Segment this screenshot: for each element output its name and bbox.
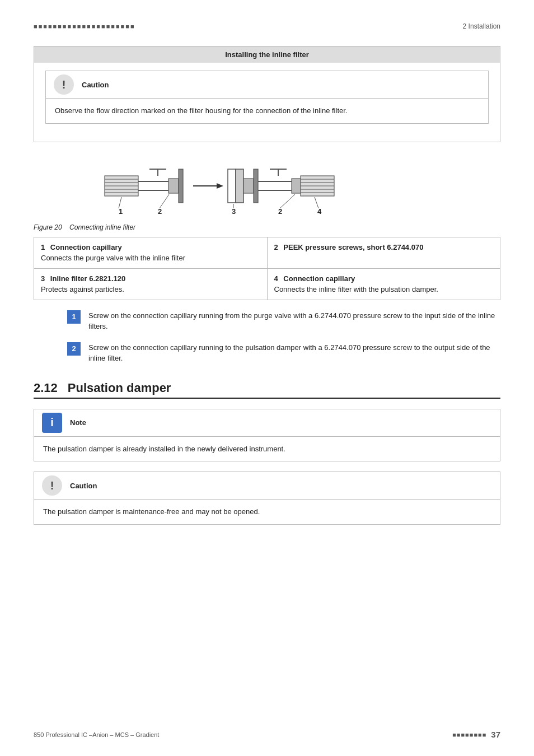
step-row-2: 2 Screw on the connection capillary runn… (67, 342, 500, 364)
step-num-1: 1 (67, 310, 81, 324)
note-icon-1: i (42, 413, 62, 433)
step-num-2: 2 (67, 342, 81, 356)
figure-area: 1 2 3 2 4 Figure 20 Connecting inline fi… (34, 152, 500, 231)
header-section: 2 Installation (463, 22, 500, 30)
legend-desc-4: Connects the inline filter with the puls… (274, 285, 438, 293)
note-box-1: i Note The pulsation damper is already i… (34, 409, 500, 462)
section-212-heading: 2.12 Pulsation damper (34, 381, 500, 399)
legend-cell-3: 3 Inline filter 6.2821.120 Protects agai… (34, 268, 268, 300)
caution-box-1: ! Caution Observe the flow direction mar… (45, 71, 489, 124)
figure-inline-filter: 1 2 3 2 4 (99, 152, 435, 220)
figure-caption-label: Figure 20 (34, 223, 62, 231)
footer-dots: ■■■■■■■■ (452, 731, 486, 738)
footer-page: ■■■■■■■■ 37 (452, 730, 500, 739)
svg-marker-11 (217, 183, 223, 189)
legend-cell-4: 4 Connection capillary Connects the inli… (267, 268, 500, 300)
svg-rect-15 (254, 169, 258, 203)
footer-product: 850 Professional IC –Anion – MCS – Gradi… (34, 731, 159, 738)
caution-label-2: Caution (70, 482, 97, 490)
caution-icon-2: ! (42, 475, 62, 496)
caution-body-1: Observe the flow direction marked on the… (46, 99, 488, 123)
note-text-1: The pulsation damper is already installe… (43, 445, 285, 453)
legend-desc-1: Connects the purge valve with the inline… (41, 254, 185, 262)
note-header-1: i Note (34, 409, 500, 437)
legend-row-1: 1 Connection capillary Connects the purg… (34, 237, 500, 268)
caution-text-2: The pulsation damper is maintenance-free… (43, 507, 260, 516)
caution-header-1: ! Caution (46, 71, 488, 99)
legend-row-2: 3 Inline filter 6.2821.120 Protects agai… (34, 268, 500, 300)
svg-text:4: 4 (317, 207, 322, 216)
legend-cell-1: 1 Connection capillary Connects the purg… (34, 237, 268, 268)
installing-inline-filter-box: Installing the inline filter ! Caution O… (34, 46, 500, 142)
svg-rect-14 (243, 179, 254, 193)
step-text-1: Screw on the connection capillary runnin… (88, 310, 500, 332)
section-212-title: Pulsation damper (68, 381, 171, 395)
svg-rect-18 (292, 179, 302, 193)
caution-text-1: Observe the flow direction marked on the… (55, 106, 347, 115)
caution-label-1: Caution (82, 81, 109, 89)
svg-line-34 (119, 197, 121, 208)
legend-title-4: Connection capillary (283, 274, 355, 283)
legend-title-3: Inline filter 6.2821.120 (50, 274, 125, 283)
header: ■■■■■■■■■■■■■■■■■■■■■ 2 Installation (34, 22, 500, 30)
figure-svg-row: 1 2 3 2 4 (34, 152, 500, 220)
svg-rect-12 (228, 169, 236, 203)
legend-cell-2: 2 PEEK pressure screws, short 6.2744.070 (267, 237, 500, 268)
caution-box-2: ! Caution The pulsation damper is mainte… (34, 472, 500, 525)
legend-table: 1 Connection capillary Connects the purg… (34, 237, 500, 300)
steps-area: 1 Screw on the connection capillary runn… (67, 310, 500, 364)
step-row-1: 1 Screw on the connection capillary runn… (67, 310, 500, 332)
svg-text:3: 3 (232, 207, 236, 216)
figure-caption-text: Connecting inline filter (69, 223, 135, 231)
caution-body-2: The pulsation damper is maintenance-free… (34, 500, 500, 524)
section-212-num: 2.12 (34, 381, 58, 395)
svg-line-38 (315, 197, 318, 208)
legend-num-4: 4 (274, 274, 278, 283)
legend-title-1: Connection capillary (50, 243, 122, 251)
svg-text:1: 1 (119, 207, 123, 216)
caution-header-2: ! Caution (34, 472, 500, 500)
svg-rect-8 (168, 179, 179, 193)
footer-pagenum: 37 (491, 730, 500, 739)
note-label-1: Note (70, 418, 86, 427)
legend-num-3: 3 (41, 274, 45, 283)
svg-rect-13 (236, 169, 243, 203)
note-body-1: The pulsation damper is already installe… (34, 437, 500, 461)
installing-inline-filter-title: Installing the inline filter (34, 46, 500, 63)
header-dots: ■■■■■■■■■■■■■■■■■■■■■ (34, 23, 135, 30)
figure-caption: Figure 20 Connecting inline filter (34, 223, 135, 231)
svg-line-37 (280, 194, 295, 208)
step-text-2: Screw on the connection capillary runnin… (88, 342, 500, 364)
svg-line-35 (160, 194, 169, 208)
svg-text:2: 2 (158, 207, 162, 216)
legend-num-2: 2 (274, 243, 278, 251)
legend-title-2: PEEK pressure screws, short 6.2744.070 (283, 243, 423, 251)
svg-rect-9 (179, 169, 183, 203)
caution-icon-1: ! (54, 74, 74, 95)
page: ■■■■■■■■■■■■■■■■■■■■■ 2 Installation Ins… (0, 0, 534, 756)
legend-desc-3: Protects against particles. (41, 285, 124, 293)
footer: 850 Professional IC –Anion – MCS – Gradi… (34, 730, 500, 739)
installing-inline-filter-body: ! Caution Observe the flow direction mar… (34, 63, 500, 142)
legend-num-1: 1 (41, 243, 45, 251)
svg-text:2: 2 (278, 207, 282, 216)
